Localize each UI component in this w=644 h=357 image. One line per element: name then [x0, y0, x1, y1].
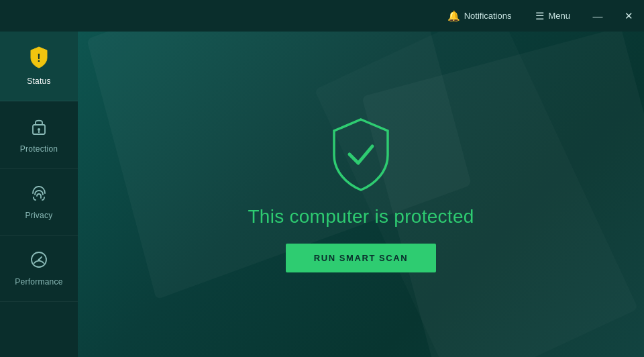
- menu-label: Menu: [548, 11, 570, 21]
- lock-icon: [30, 116, 48, 139]
- close-icon: ✕: [625, 10, 633, 22]
- center-content: This computer is protected RUN SMART SCA…: [248, 116, 474, 272]
- notifications-label: Notifications: [464, 11, 512, 21]
- sidebar-privacy-label: Privacy: [25, 211, 52, 220]
- close-button[interactable]: ✕: [613, 0, 644, 32]
- sidebar: ! Status Protection: [0, 32, 78, 357]
- titlebar: 🔔 Notifications ☰ Menu — ✕: [0, 0, 644, 32]
- sidebar-item-performance[interactable]: Performance: [0, 236, 78, 302]
- svg-text:!: !: [37, 52, 40, 64]
- main-content: This computer is protected RUN SMART SCA…: [78, 32, 644, 357]
- sidebar-status-label: Status: [27, 76, 50, 86]
- menu-button[interactable]: ☰ Menu: [523, 0, 582, 32]
- menu-icon: ☰: [535, 10, 544, 22]
- titlebar-actions: 🔔 Notifications ☰ Menu — ✕: [435, 0, 644, 32]
- sidebar-protection-label: Protection: [20, 144, 58, 154]
- sidebar-item-status[interactable]: ! Status: [0, 32, 78, 101]
- status-text: This computer is protected: [248, 206, 474, 227]
- sidebar-item-protection[interactable]: Protection: [0, 101, 78, 169]
- sidebar-performance-label: Performance: [15, 277, 62, 287]
- bell-icon: 🔔: [447, 10, 460, 22]
- svg-point-6: [38, 259, 40, 261]
- notifications-button[interactable]: 🔔 Notifications: [435, 0, 524, 32]
- sidebar-item-privacy[interactable]: Privacy: [0, 169, 78, 236]
- protected-shield: [327, 116, 394, 190]
- minimize-icon: —: [593, 10, 603, 21]
- gauge-icon: [30, 250, 48, 272]
- fingerprint-icon: [30, 184, 48, 205]
- status-icon: !: [30, 46, 48, 71]
- run-smart-scan-button[interactable]: RUN SMART SCAN: [286, 244, 436, 272]
- minimize-button[interactable]: —: [582, 0, 613, 32]
- svg-point-2: [38, 128, 40, 131]
